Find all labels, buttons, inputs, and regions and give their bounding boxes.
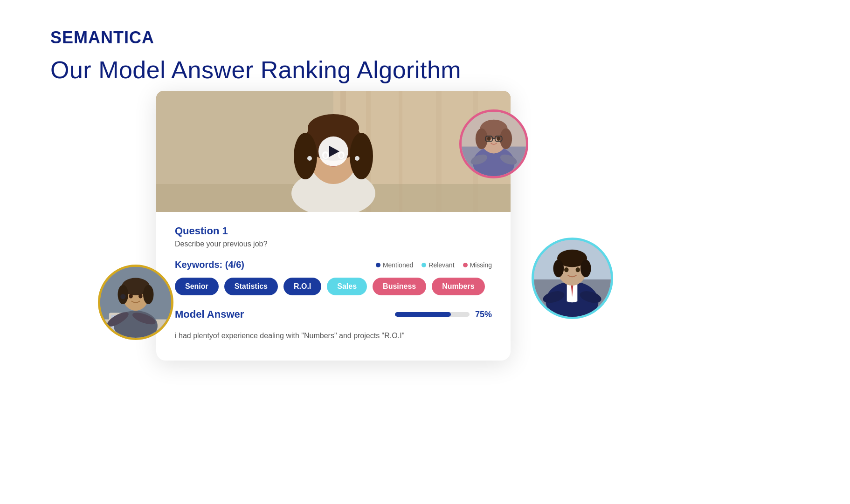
tag-statistics[interactable]: Statistics (224, 278, 278, 295)
svg-point-47 (576, 267, 580, 272)
brand-logo: SEMANTICA (50, 28, 154, 48)
missing-dot (463, 263, 468, 267)
mentioned-dot (376, 263, 380, 267)
svg-point-35 (497, 137, 500, 141)
avatar-gold (98, 265, 173, 340)
legend: Mentioned Relevant Missing (376, 261, 492, 269)
answer-text: i had plentyof experience dealing with "… (175, 330, 492, 342)
tag-sales[interactable]: Sales (327, 278, 367, 295)
svg-point-45 (580, 259, 591, 277)
relevant-label: Relevant (428, 261, 454, 269)
tag-numbers[interactable]: Numbers (432, 278, 484, 295)
svg-point-44 (553, 259, 564, 277)
svg-point-46 (564, 267, 568, 272)
svg-point-12 (294, 133, 317, 179)
svg-point-20 (355, 156, 359, 161)
video-player[interactable] (156, 91, 511, 212)
progress-area: 75% (395, 310, 492, 320)
relevant-dot (422, 263, 426, 267)
tags-row: Senior Statistics R.O.I Sales Business N… (175, 278, 492, 295)
svg-point-59 (143, 285, 154, 304)
progress-percentage: 75% (475, 310, 492, 320)
legend-mentioned: Mentioned (376, 261, 413, 269)
question-label: Question 1 (175, 225, 492, 237)
mentioned-label: Mentioned (383, 261, 413, 269)
avatar-cyan (532, 238, 613, 319)
svg-point-62 (138, 294, 142, 298)
keywords-row: Keywords: (4/6) Mentioned Relevant Missi… (175, 259, 492, 270)
tag-business[interactable]: Business (373, 278, 426, 295)
legend-missing: Missing (463, 261, 492, 269)
svg-point-19 (307, 156, 312, 161)
svg-point-60 (120, 294, 125, 299)
tag-senior[interactable]: Senior (175, 278, 219, 295)
avatar-pink-image (462, 112, 526, 176)
play-button[interactable] (318, 136, 348, 166)
avatar-cyan-image (534, 240, 611, 317)
page-title: Our Model Answer Ranking Algorithm (50, 56, 461, 84)
avatar-gold-image (100, 267, 171, 338)
legend-relevant: Relevant (422, 261, 454, 269)
svg-point-34 (487, 137, 491, 141)
model-answer-label: Model Answer (175, 308, 244, 320)
missing-label: Missing (470, 261, 492, 269)
model-answer-row: Model Answer 75% (175, 308, 492, 320)
progress-fill (395, 312, 451, 317)
avatar-pink (459, 109, 528, 178)
tag-roi[interactable]: R.O.I (283, 278, 321, 295)
main-card: Question 1 Describe your previous job? K… (156, 91, 511, 361)
keywords-label: Keywords: (4/6) (175, 259, 244, 270)
progress-bar (395, 312, 470, 317)
card-content: Question 1 Describe your previous job? K… (156, 212, 511, 342)
question-text: Describe your previous job? (175, 240, 492, 248)
svg-point-61 (129, 294, 132, 298)
svg-point-13 (350, 133, 373, 179)
